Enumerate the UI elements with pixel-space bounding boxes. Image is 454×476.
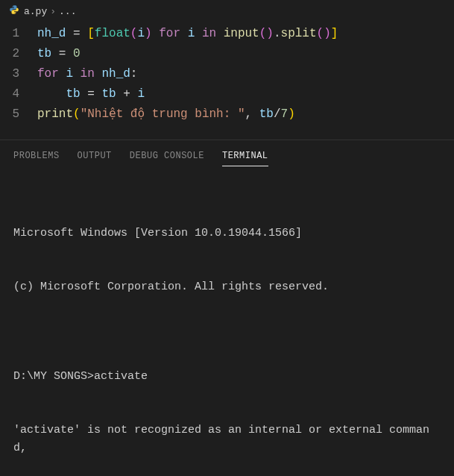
tab-debug-console[interactable]: DEBUG CONSOLE [130,146,204,166]
line-number: 2 [0,44,37,64]
terminal[interactable]: Microsoft Windows [Version 10.0.19044.15… [0,166,454,476]
line-number: 4 [0,84,37,104]
code-content[interactable]: tb = 0 [37,44,454,64]
tab-problems[interactable]: PROBLEMS [13,146,60,166]
tab-output[interactable]: OUTPUT [78,146,112,166]
line-number: 1 [0,24,37,44]
breadcrumb[interactable]: a.py › ... [0,0,454,22]
code-line: 1 nh_d = [float(i) for i in input().spli… [0,24,454,44]
code-line: 3 for i in nh_d: [0,64,454,84]
tab-terminal[interactable]: TERMINAL [222,146,268,166]
panel-tabs: PROBLEMS OUTPUT DEBUG CONSOLE TERMINAL [0,140,454,166]
code-content[interactable]: for i in nh_d: [37,64,454,84]
terminal-line: D:\MY SONGS>activate [13,368,441,386]
breadcrumb-more: ... [59,6,76,17]
breadcrumb-separator: › [50,6,56,17]
terminal-line: (c) Microsoft Corporation. All rights re… [13,278,441,296]
line-number: 3 [0,64,37,84]
code-content[interactable]: tb = tb + i [37,84,454,104]
terminal-line: Microsoft Windows [Version 10.0.19044.15… [13,225,441,242]
breadcrumb-file: a.py [24,6,47,17]
code-line: 5 print("Nhiệt độ trung bình: ", tb/7) [0,104,454,125]
code-content[interactable]: nh_d = [float(i) for i in input().split(… [37,24,454,44]
terminal-line: 'activate' is not recognized as an inter… [13,422,441,457]
code-content[interactable]: print("Nhiệt độ trung bình: ", tb/7) [37,104,454,125]
editor[interactable]: 1 nh_d = [float(i) for i in input().spli… [0,22,454,140]
code-line: 4 tb = tb + i [0,84,454,104]
line-number: 5 [0,104,37,125]
code-line: 2 tb = 0 [0,44,454,64]
python-icon [9,4,19,18]
